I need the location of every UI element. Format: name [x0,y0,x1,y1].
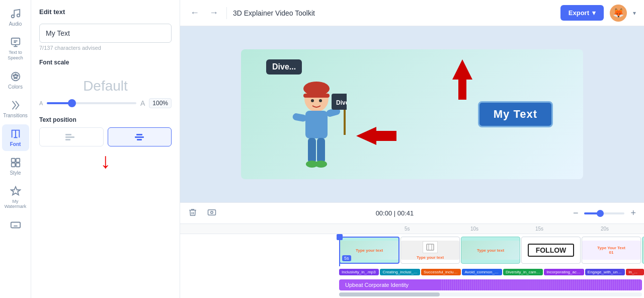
position-left-btn[interactable] [39,127,104,146]
svg-rect-2 [11,38,20,45]
canvas-area: Dive... Dive.. [180,26,644,202]
track-clips: Type your text 5s Type your text [339,237,644,264]
svg-point-7 [16,77,17,79]
music-icon [10,8,21,19]
delete-clip-button[interactable] [186,206,199,221]
clip-1-time: 5s [342,255,351,261]
sidebar-item-tts-label: Text to Speech [4,50,27,61]
font-scale-slider[interactable] [47,102,136,104]
scene-icon [207,208,216,217]
svg-rect-9 [11,158,15,162]
character-figure: Dive.. [286,79,347,179]
sidebar-item-transitions[interactable]: Transitions [2,96,29,122]
top-bar: ← → 3D Explainer Video Toolkit Export ▾ … [180,0,644,26]
svg-rect-19 [137,139,142,140]
clip-2[interactable]: Type your text [400,237,460,264]
font-scale-display: Default [39,70,172,98]
svg-rect-18 [135,136,144,138]
main-area: ← → 3D Explainer Video Toolkit Export ▾ … [180,0,644,298]
svg-point-1 [17,14,20,17]
sidebar-item-font[interactable]: Font [2,124,29,151]
sidebar-item-tts[interactable]: Text to Speech [2,33,29,65]
text-input[interactable] [39,24,172,43]
svg-rect-22 [303,94,330,98]
position-center-btn[interactable] [108,127,172,146]
timeline-area: 00:00 | 00:41 − + 5s 10s 15s 20s 25s 30s… [180,202,644,298]
zoom-area: − + [571,206,638,220]
redo-button[interactable]: → [207,6,220,20]
zoom-in-button[interactable]: + [628,206,638,220]
audio-chip-1: Inclusivity_in_.mp3 [339,269,379,275]
ruler-15s: 15s [535,226,543,232]
sidebar-item-colors[interactable]: Colors [2,67,29,94]
scene-settings-button[interactable] [205,206,218,221]
canvas-banner-text: My Text [494,108,537,120]
scene-thumb-icon [426,244,434,251]
undo-button[interactable]: ← [188,6,201,20]
audio-chip-2: Creating_inclusi_.mp3 [380,269,420,275]
zoom-slider[interactable] [584,212,624,214]
svg-point-4 [13,74,14,76]
svg-rect-16 [65,139,70,140]
scrollbar-thumb[interactable] [339,292,440,296]
sidebar-item-audio[interactable]: Audio [2,4,29,31]
user-avatar[interactable]: 🦊 [610,5,627,22]
clip-3[interactable]: Type your text [461,237,520,264]
sidebar-item-font-label: Font [10,141,21,147]
slider-min-label: A [39,100,43,106]
clip-5[interactable]: Type Your Text01 [582,237,641,264]
audio-labels-row: Inclusivity_in_.mp3 Creating_inclusi_.mp… [339,266,644,277]
canvas-red-arrow-down [447,59,477,105]
background-audio-label: Upbeat Corporate Identity [345,282,409,288]
ruler-5s: 5s [405,226,410,232]
character-svg: Dive.. [286,79,347,179]
svg-rect-24 [292,113,307,122]
svg-point-5 [15,74,16,76]
export-chevron-icon: ▾ [592,9,596,17]
timeline-time: 00:00 | 00:41 [224,209,565,217]
clip-1[interactable]: Type your text 5s [339,237,399,264]
svg-point-0 [11,15,14,18]
sidebar-item-keyboard[interactable] [2,215,29,235]
svg-text:Dive..: Dive.. [336,99,347,106]
clips-row: Type your text 5s Type your text [180,234,644,266]
svg-rect-11 [11,163,15,167]
clip-4[interactable]: FOLLOW [521,237,581,264]
svg-rect-30 [317,138,325,163]
timeline-scrollbar[interactable] [339,292,642,296]
canvas-arrow-svg [447,59,477,100]
edit-panel-title: Edit text [39,8,172,16]
clip-6[interactable]: Type your text [642,237,644,264]
svg-point-8 [14,77,15,79]
svg-rect-28 [344,110,346,135]
audio-chip-8: In_... [626,269,644,275]
sidebar-item-colors-label: Colors [8,84,23,90]
svg-point-34 [319,99,322,102]
slider-max-label: A [140,99,145,107]
user-dropdown-icon[interactable]: ▾ [633,10,636,17]
font-scale-slider-row: A A 100% [39,98,172,108]
svg-rect-17 [136,134,142,135]
sidebar-item-transitions-label: Transitions [3,113,28,118]
char-counter: 7/137 characters advised [39,45,172,51]
svg-point-38 [211,211,213,213]
align-left-icon [64,132,78,142]
ruler-10s: 10s [470,226,478,232]
sidebar-item-watermark-label: My Watermark [4,199,27,210]
sidebar-item-style[interactable]: Style [2,153,29,180]
zoom-out-button[interactable]: − [571,206,581,220]
top-bar-divider [226,7,227,19]
font-scale-label: Font scale [39,59,172,66]
export-label: Export [569,9,589,17]
svg-rect-23 [305,111,328,138]
sidebar-item-watermark[interactable]: My Watermark [2,182,29,214]
font-icon [10,128,21,139]
svg-rect-15 [65,136,74,138]
text-input-wrapper: 7/137 characters advised [39,24,172,51]
font-scale-section: Font scale Default A A 100% [39,59,172,108]
export-button[interactable]: Export ▾ [560,5,604,21]
svg-rect-10 [16,158,19,162]
watermark-icon [10,186,21,197]
sidebar-item-audio-label: Audio [9,21,22,27]
icon-sidebar: Audio Text to Speech Colors Transitions [0,0,31,298]
